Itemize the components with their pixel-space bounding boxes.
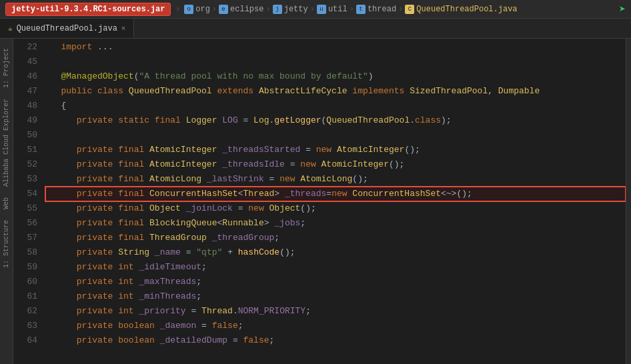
tab-bar: ☕ QueuedThreadPool.java ×	[0, 19, 631, 39]
code-line-47: public class QueuedThreadPool extends Ab…	[45, 84, 626, 99]
code-line-61: private int _minThreads;	[45, 289, 626, 304]
code-line-56: private final BlockingQueue<Runnable> _j…	[45, 216, 626, 231]
bc-file[interactable]: QueuedThreadPool.java	[416, 5, 517, 14]
scrollbar-right[interactable]	[626, 39, 631, 364]
file-tab[interactable]: ☕ QueuedThreadPool.java ×	[0, 18, 134, 38]
code-area: 22 45 46 47 48 49 50 51 52 53 54 55 56 5…	[13, 39, 626, 364]
code-line-57: private final ThreadGroup _threadGroup;	[45, 231, 626, 245]
code-line-51: private final AtomicInteger _threadsStar…	[45, 143, 626, 157]
code-line-58: private String _name = "qtp" + hashCode(…	[45, 245, 626, 260]
jar-tab[interactable]: jetty-util-9.3.4.RC1-sources.jar	[5, 3, 171, 16]
top-bar: jetty-util-9.3.4.RC1-sources.jar › o org…	[0, 0, 631, 19]
eclipse-icon: e	[219, 5, 228, 14]
code-line-55: private final Object _joinLock = new Obj…	[45, 201, 626, 216]
code-line-45	[45, 55, 626, 69]
code-line-50	[45, 128, 626, 143]
structure-panel-tab[interactable]: 1: Structure	[1, 216, 11, 272]
bc-eclipse[interactable]: eclipse	[230, 5, 263, 14]
bc-jetty[interactable]: jetty	[284, 5, 308, 14]
code-line-60: private int _maxThreads;	[45, 275, 626, 289]
code-content: import ... @ManagedObject("A thread pool…	[43, 39, 626, 364]
thread-icon: t	[356, 5, 366, 14]
cloud-panel-tab[interactable]: Alibaba Cloud Explorer	[1, 95, 11, 191]
line-numbers: 22 45 46 47 48 49 50 51 52 53 54 55 56 5…	[13, 39, 43, 364]
main-area: 1: Project Alibaba Cloud Explorer Web 1:…	[0, 39, 631, 364]
tab-file-icon: ☕	[8, 24, 13, 33]
bc-util[interactable]: util	[328, 5, 348, 14]
code-line-54: private final ConcurrentHashSet<Thread> …	[45, 187, 626, 201]
util-icon: u	[317, 5, 326, 14]
code-line-49: private static final Logger LOG = Log.ge…	[45, 113, 626, 128]
bc-org[interactable]: org	[195, 5, 210, 14]
breadcrumb: o org › e eclipse › j jetty › u util › t…	[184, 5, 517, 14]
code-line-22: import ...	[45, 40, 626, 55]
code-line-48: {	[45, 99, 626, 113]
web-panel-tab[interactable]: Web	[1, 193, 11, 213]
org-icon: o	[184, 5, 193, 14]
code-line-52: private final AtomicInteger _threadsIdle…	[45, 157, 626, 172]
code-line-63: private boolean _daemon = false;	[45, 319, 626, 333]
code-line-64: private boolean _detailedDump = false;	[45, 333, 626, 348]
jetty-icon: j	[273, 5, 282, 14]
run-arrow[interactable]: ➤	[619, 3, 626, 16]
tab-close-button[interactable]: ×	[121, 25, 126, 33]
left-panel: 1: Project Alibaba Cloud Explorer Web 1:…	[0, 39, 13, 364]
breadcrumb-sep1: ›	[175, 4, 180, 14]
class-icon: C	[405, 5, 414, 14]
code-line-59: private int _idleTimeout;	[45, 260, 626, 275]
code-line-53: private final AtomicLong _lastShrink = n…	[45, 172, 626, 187]
tab-filename: QueuedThreadPool.java	[17, 24, 117, 33]
project-panel-tab[interactable]: 1: Project	[1, 44, 11, 92]
code-line-62: private int _priority = Thread.NORM_PRIO…	[45, 304, 626, 319]
bc-thread[interactable]: thread	[368, 5, 396, 14]
code-line-46: @ManagedObject("A thread pool with no ma…	[45, 69, 626, 84]
